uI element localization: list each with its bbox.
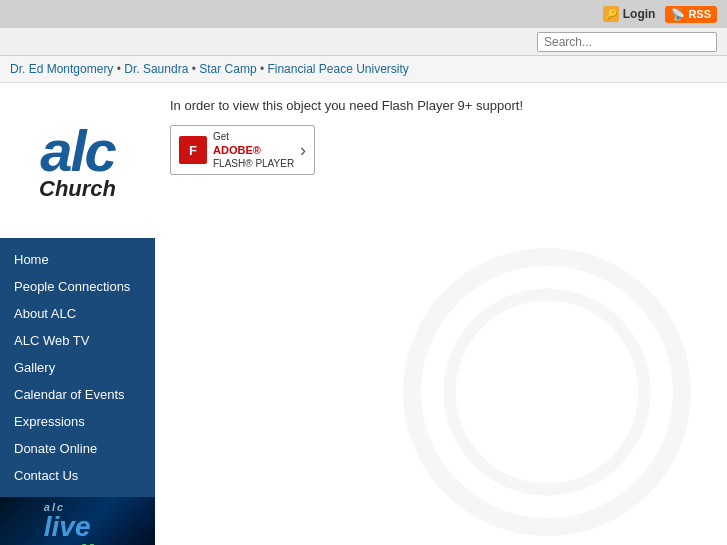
logo-church-text: Church xyxy=(39,178,116,200)
live-text: alc live online xyxy=(29,501,126,546)
svg-point-1 xyxy=(450,295,645,490)
search-input[interactable] xyxy=(537,32,717,52)
rss-label: RSS xyxy=(688,8,711,20)
flash-arrow-icon: › xyxy=(300,140,306,161)
flash-product-text: FLASH® PLAYER xyxy=(213,158,294,169)
breadcrumb-link-saundra[interactable]: Dr. Saundra xyxy=(124,62,188,76)
nav-item-contact[interactable]: Contact Us xyxy=(0,462,155,489)
nav-item-gallery[interactable]: Gallery xyxy=(0,354,155,381)
main-layout: alc Church Home People Connections About… xyxy=(0,83,727,545)
flash-icon: F xyxy=(179,136,207,164)
nav-item-people[interactable]: People Connections xyxy=(0,273,155,300)
login-button[interactable]: 🔑 Login xyxy=(603,6,656,22)
nav-item-home[interactable]: Home xyxy=(0,246,155,273)
online-word: online xyxy=(44,539,126,546)
live-word: live xyxy=(44,511,91,542)
logo-alc-text: alc xyxy=(39,126,116,175)
top-bar: 🔑 Login 📡 RSS xyxy=(0,0,727,28)
nav-item-webtv[interactable]: ALC Web TV xyxy=(0,327,155,354)
nav-item-about[interactable]: About ALC xyxy=(0,300,155,327)
flash-notice: In order to view this object you need Fl… xyxy=(170,98,712,113)
nav-item-expressions[interactable]: Expressions xyxy=(0,408,155,435)
logo-area: alc Church xyxy=(0,83,155,238)
svg-point-0 xyxy=(412,257,682,527)
flash-badge[interactable]: F Get ADOBE® FLASH® PLAYER › xyxy=(170,125,315,175)
rss-icon: 📡 xyxy=(671,8,685,21)
content-area: In order to view this object you need Fl… xyxy=(155,83,727,545)
nav-menu: Home People Connections About ALC ALC We… xyxy=(0,238,155,497)
logo: alc Church xyxy=(39,126,116,199)
flash-adobe-text: ADOBE® xyxy=(213,143,294,157)
live-words: live xyxy=(44,513,91,541)
live-online-banner[interactable]: alc live online xyxy=(0,497,155,545)
online-words: online xyxy=(44,541,126,546)
rss-button[interactable]: 📡 RSS xyxy=(665,6,717,23)
watermark-svg xyxy=(397,242,697,542)
search-bar xyxy=(0,28,727,56)
breadcrumb-link-starcamp[interactable]: Star Camp xyxy=(199,62,256,76)
flash-get-text: Get xyxy=(213,131,229,142)
sidebar: alc Church Home People Connections About… xyxy=(0,83,155,545)
nav-item-calendar[interactable]: Calendar of Events xyxy=(0,381,155,408)
nav-item-donate[interactable]: Donate Online xyxy=(0,435,155,462)
login-icon: 🔑 xyxy=(603,6,619,22)
flash-label: Get ADOBE® FLASH® PLAYER xyxy=(213,130,294,170)
breadcrumb: Dr. Ed Montgomery • Dr. Saundra • Star C… xyxy=(0,56,727,83)
breadcrumb-link-fpu[interactable]: Financial Peace University xyxy=(267,62,408,76)
login-label: Login xyxy=(623,7,656,21)
breadcrumb-link-ed[interactable]: Dr. Ed Montgomery xyxy=(10,62,113,76)
